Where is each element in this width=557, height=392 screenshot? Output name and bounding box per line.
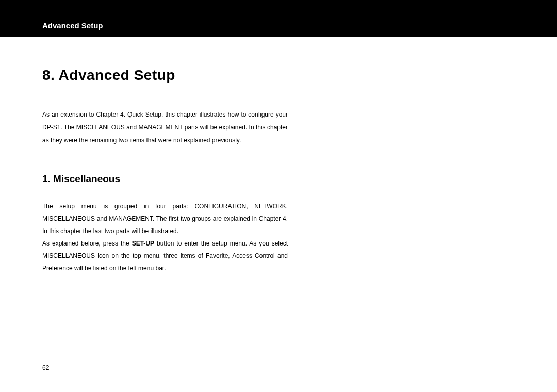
header-title: Advanced Setup <box>42 21 103 30</box>
chapter-title: 8. Advanced Setup <box>42 67 288 84</box>
page-number: 62 <box>42 364 49 371</box>
section-paragraph: The setup menu is grouped in four parts:… <box>42 200 288 274</box>
setup-bold-text: SET-UP <box>132 240 154 247</box>
page-content: 8. Advanced Setup As an extension to Cha… <box>0 37 330 274</box>
section-title: 1. Miscellaneous <box>42 173 288 185</box>
section-paragraph-2-pre: As explained before, press the <box>42 240 132 247</box>
header-bar: Advanced Setup <box>0 0 557 37</box>
section-paragraph-1: The setup menu is grouped in four parts:… <box>42 203 288 235</box>
chapter-intro-paragraph: As an extension to Chapter 4. Quick Setu… <box>42 108 288 148</box>
